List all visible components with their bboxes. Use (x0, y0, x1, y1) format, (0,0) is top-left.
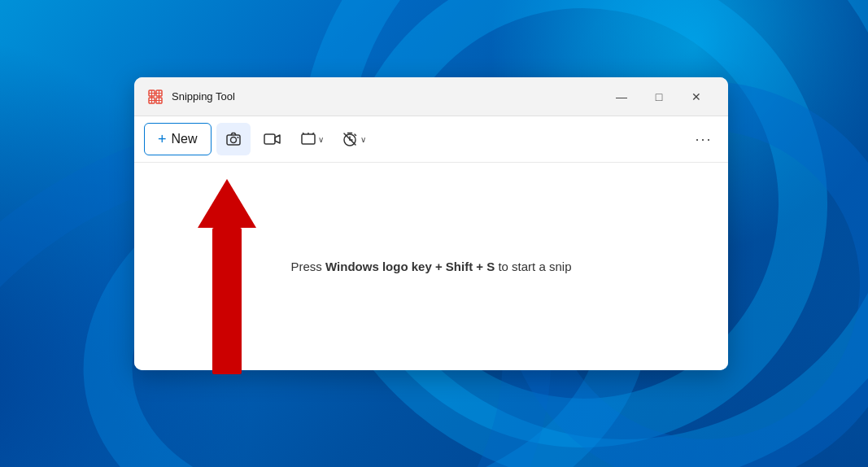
more-options-label: ··· (695, 131, 712, 148)
camera-icon (225, 131, 242, 147)
video-mode-button[interactable] (255, 123, 290, 155)
desktop: Snipping Tool — □ ✕ + New (0, 0, 868, 467)
shape-dropdown-button[interactable]: ∨ (294, 123, 330, 155)
svg-line-20 (355, 134, 356, 136)
content-area: Press Windows logo key + Shift + S to st… (134, 163, 728, 370)
keyboard-shortcut: Windows logo key + Shift + S (325, 260, 495, 273)
maximize-button[interactable]: □ (640, 84, 678, 110)
hint-text: Press Windows logo key + Shift + S to st… (291, 260, 572, 273)
svg-point-9 (230, 137, 236, 143)
timer-chevron: ∨ (360, 135, 366, 144)
timer-icon (342, 131, 358, 147)
more-options-button[interactable]: ··· (689, 124, 718, 154)
new-plus-icon: + (158, 132, 167, 146)
screenshot-mode-button[interactable] (216, 123, 251, 155)
new-button-label: New (172, 132, 198, 146)
title-bar: Snipping Tool — □ ✕ (134, 77, 728, 116)
svg-rect-11 (264, 134, 275, 144)
svg-rect-12 (302, 134, 315, 144)
snipping-tool-window: Snipping Tool — □ ✕ + New (134, 77, 728, 370)
window-title: Snipping Tool (172, 90, 603, 103)
video-icon (264, 132, 281, 146)
rectangle-icon (301, 133, 316, 146)
toolbar: + New (134, 116, 728, 163)
new-button[interactable]: + New (144, 123, 212, 155)
shape-chevron: ∨ (318, 135, 324, 144)
minimize-button[interactable]: — (603, 84, 640, 110)
app-icon (147, 89, 164, 105)
svg-point-10 (237, 137, 238, 138)
close-button[interactable]: ✕ (678, 84, 715, 110)
window-controls: — □ ✕ (603, 84, 715, 110)
timer-dropdown-button[interactable]: ∨ (335, 123, 373, 155)
